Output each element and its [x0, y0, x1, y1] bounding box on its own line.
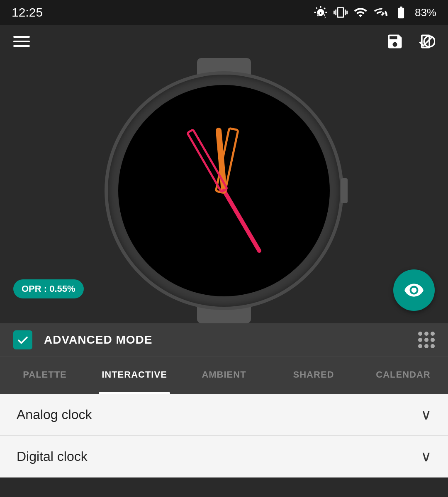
preview-fab-button[interactable]	[393, 269, 435, 311]
toolbar	[0, 25, 448, 58]
analog-clock-accordion: Analog clock ∨	[0, 394, 448, 436]
watch-area: OPR : 0.55%	[0, 58, 448, 323]
digital-clock-chevron: ∨	[421, 448, 431, 465]
watch-crown	[341, 178, 348, 203]
tab-ambient[interactable]: AMBIENT	[179, 357, 269, 394]
watch-face	[118, 85, 330, 296]
opr-badge: OPR : 0.55%	[13, 279, 84, 298]
tab-bar: PALETTE INTERACTIVE AMBIENT SHARED CALEN…	[0, 356, 448, 394]
analog-clock-label: Analog clock	[17, 407, 92, 422]
digital-clock-accordion: Digital clock ∨	[0, 436, 448, 478]
advanced-mode-bar: ADVANCED MODE	[0, 323, 448, 356]
clock-hands	[118, 85, 330, 296]
status-time: 12:25	[12, 5, 43, 19]
menu-button[interactable]	[13, 36, 30, 47]
tab-palette[interactable]: PALETTE	[0, 357, 90, 394]
digital-clock-header[interactable]: Digital clock ∨	[0, 436, 448, 477]
tab-calendar[interactable]: CALENDAR	[358, 357, 448, 394]
eye-icon	[404, 280, 424, 301]
grid-dots-icon[interactable]	[418, 332, 435, 348]
battery-percent: 83%	[415, 6, 436, 19]
wifi-icon	[353, 5, 368, 19]
tab-shared[interactable]: SHARED	[269, 357, 358, 394]
tab-interactive[interactable]: INTERACTIVE	[90, 357, 179, 394]
status-bar: 12:25 83%	[0, 0, 448, 25]
digital-clock-label: Digital clock	[17, 449, 88, 464]
svg-line-3	[224, 191, 259, 251]
watch-body	[108, 75, 340, 307]
save-icon[interactable]	[386, 32, 404, 51]
send-to-watch-icon[interactable]	[416, 32, 435, 51]
battery-icon	[393, 5, 409, 19]
advanced-mode-checkbox[interactable]	[13, 330, 32, 349]
analog-clock-header[interactable]: Analog clock ∨	[0, 394, 448, 435]
signal-icon	[373, 5, 387, 19]
checkmark-icon	[17, 334, 29, 346]
toolbar-right	[386, 32, 435, 51]
advanced-mode-label: ADVANCED MODE	[44, 333, 407, 347]
alarm-icon	[314, 5, 328, 19]
analog-clock-chevron: ∨	[421, 406, 431, 423]
status-icons: 83%	[314, 5, 436, 19]
vibrate-icon	[334, 5, 348, 19]
content-area: Analog clock ∨ Digital clock ∨	[0, 394, 448, 478]
